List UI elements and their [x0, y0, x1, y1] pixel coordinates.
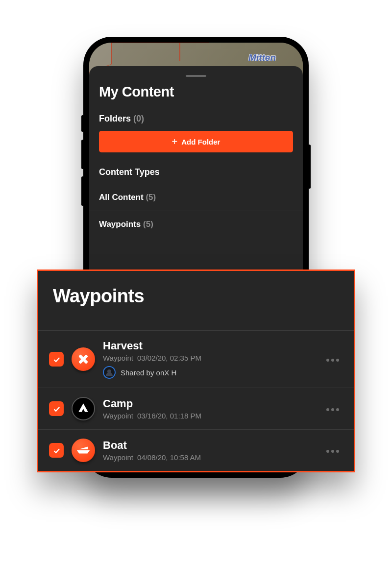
tent-icon — [77, 401, 90, 416]
waypoint-body: Boat Waypoint04/08/20, 10:58 AM — [103, 439, 315, 462]
waypoint-meta: Waypoint03/02/20, 02:35 PM — [103, 354, 315, 362]
map-place-label: Mitten — [248, 52, 276, 63]
waypoint-body: Camp Waypoint03/16/20, 01:18 PM — [103, 397, 315, 420]
waypoint-icon[interactable] — [72, 347, 95, 371]
avatar-icon — [103, 366, 116, 379]
row-count: (5) — [146, 193, 156, 202]
phone-side-button — [81, 176, 84, 206]
visibility-checkbox[interactable] — [49, 352, 64, 367]
content-type-row-waypoints[interactable]: Waypoints (5) — [89, 211, 303, 238]
x-icon — [77, 353, 89, 365]
phone-side-button — [308, 145, 311, 189]
map-region-outline — [180, 43, 209, 61]
waypoint-meta: Waypoint04/08/20, 10:58 AM — [103, 453, 315, 462]
shared-by-text: Shared by onX H — [121, 368, 176, 377]
more-options-button[interactable] — [322, 406, 343, 411]
waypoint-type: Waypoint — [103, 354, 133, 362]
waypoint-row[interactable]: Harvest Waypoint03/02/20, 02:35 PM Share… — [38, 330, 354, 388]
waypoint-row[interactable]: Boat Waypoint04/08/20, 10:58 AM — [38, 429, 354, 471]
add-folder-label: Add Folder — [181, 138, 220, 146]
waypoint-type: Waypoint — [103, 453, 133, 462]
waypoint-body: Harvest Waypoint03/02/20, 02:35 PM Share… — [103, 340, 315, 379]
check-icon — [52, 405, 61, 413]
phone-side-button — [81, 140, 84, 169]
waypoint-timestamp: 03/02/20, 02:35 PM — [137, 354, 201, 362]
content-type-list: All Content (5) Waypoints (5) — [89, 184, 303, 238]
shared-by-name: onX H — [156, 368, 177, 377]
add-folder-button[interactable]: + Add Folder — [99, 131, 293, 152]
folders-count: (0) — [133, 114, 144, 123]
more-options-button[interactable] — [322, 448, 343, 453]
waypoint-name: Camp — [103, 397, 315, 410]
check-icon — [52, 446, 61, 455]
shared-by-row: Shared by onX H — [103, 366, 315, 379]
content-type-row-all[interactable]: All Content (5) — [89, 184, 303, 211]
map-region-outline — [111, 43, 180, 61]
row-label: Waypoints — [99, 220, 141, 229]
waypoint-meta: Waypoint03/16/20, 01:18 PM — [103, 412, 315, 420]
waypoint-name: Boat — [103, 439, 315, 452]
check-icon — [52, 355, 61, 364]
visibility-checkbox[interactable] — [49, 401, 64, 416]
phone-side-button — [81, 115, 84, 132]
sheet-title: My Content — [99, 84, 293, 100]
visibility-checkbox[interactable] — [49, 443, 64, 458]
waypoints-panel: Waypoints Harvest Waypoint03/02/20, 02:3… — [37, 270, 355, 472]
more-options-button[interactable] — [322, 357, 343, 362]
plus-icon: + — [172, 137, 178, 147]
waypoints-title: Waypoints — [53, 286, 339, 307]
sheet-grabber[interactable] — [186, 75, 206, 77]
waypoints-header: Waypoints — [38, 271, 354, 330]
boat-icon — [76, 444, 91, 457]
row-count: (5) — [143, 220, 153, 229]
waypoint-timestamp: 04/08/20, 10:58 AM — [137, 453, 201, 462]
waypoint-timestamp: 03/16/20, 01:18 PM — [137, 412, 201, 420]
folders-heading: Folders (0) — [99, 114, 293, 124]
shared-prefix: Shared by — [121, 368, 154, 377]
row-label: All Content — [99, 193, 144, 202]
content-types-heading: Content Types — [99, 167, 293, 177]
waypoint-icon[interactable] — [72, 439, 95, 462]
folders-label: Folders — [99, 114, 131, 123]
waypoint-name: Harvest — [103, 340, 315, 352]
waypoint-row[interactable]: Camp Waypoint03/16/20, 01:18 PM — [38, 388, 354, 429]
waypoint-icon[interactable] — [72, 397, 95, 420]
waypoint-type: Waypoint — [103, 412, 133, 420]
